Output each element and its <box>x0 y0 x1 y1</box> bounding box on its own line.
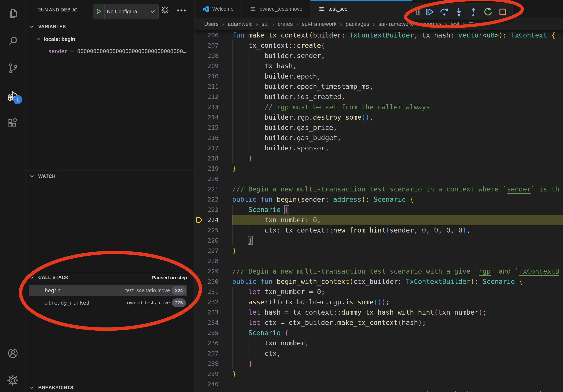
code-line-text[interactable]: public fun begin_with_context(ctx_builde… <box>232 276 563 287</box>
code-line-216[interactable]: 216 builder.gas_budget, <box>194 133 563 143</box>
code-line-text[interactable]: let ctx = ctx_builder.make_tx_context(ha… <box>232 317 563 328</box>
code-line-text[interactable]: builder.sponsor, <box>232 143 563 153</box>
code-line-237[interactable]: 237 ctx, <box>194 348 563 358</box>
breadcrumb-item[interactable]: sui <box>262 21 269 27</box>
extensions-icon[interactable] <box>7 117 19 130</box>
code-line-text[interactable]: } <box>232 235 563 246</box>
call-stack-section-header[interactable]: CALL STACK Paused on step <box>26 272 194 283</box>
stop-button[interactable] <box>495 6 510 18</box>
launch-configuration-dropdown[interactable]: No Configura <box>93 4 159 19</box>
gutter-glyph-margin[interactable] <box>194 163 205 174</box>
gutter-glyph-margin[interactable] <box>194 317 205 328</box>
code-line-224[interactable]: 224 txn_number: 0, <box>194 215 563 225</box>
gutter-glyph-margin[interactable] <box>194 30 205 40</box>
code-line-text[interactable]: } <box>232 369 563 379</box>
gutter-glyph-margin[interactable] <box>194 133 205 143</box>
gutter-glyph-margin[interactable] <box>194 81 205 91</box>
line-number[interactable]: 211 <box>205 81 218 91</box>
line-number[interactable]: 226 <box>205 235 218 246</box>
gutter-glyph-margin[interactable] <box>194 225 205 235</box>
variables-scope-row[interactable]: locals: begin <box>26 34 194 44</box>
breakpoints-section-header[interactable]: BREAKPOINTS <box>26 382 194 392</box>
code-line-text[interactable]: } <box>232 246 563 256</box>
code-line-221[interactable]: 221/// Begin a new multi-transaction tes… <box>194 184 563 194</box>
line-number[interactable]: 228 <box>205 256 218 266</box>
code-line-text[interactable]: } <box>232 358 563 369</box>
gutter-glyph-margin[interactable] <box>194 235 205 246</box>
code-line-text[interactable]: builder.epoch_timestamp_ms, <box>232 81 563 91</box>
code-line-217[interactable]: 217 builder.sponsor, <box>194 143 563 153</box>
code-line-222[interactable]: 222public fun begin(sender: address): Sc… <box>194 194 563 205</box>
gutter-glyph-margin[interactable] <box>194 215 205 225</box>
code-line-text[interactable]: public fun begin(sender: address): Scena… <box>232 194 563 205</box>
line-number[interactable]: 225 <box>205 225 218 235</box>
code-line-232[interactable]: 232 assert!(ctx_builder.rgp.is_some()); <box>194 297 563 307</box>
line-number[interactable]: 212 <box>205 91 218 102</box>
code-line-text[interactable]: tx_hash, <box>232 61 563 71</box>
line-number[interactable]: 241 <box>205 389 218 392</box>
code-line-text[interactable]: txn_number, <box>232 338 563 348</box>
code-line-223[interactable]: 223 Scenario { <box>194 205 563 215</box>
start-debugging-button[interactable] <box>93 4 104 19</box>
code-line-233[interactable]: 233 let hash = tx_context::dummy_tx_hash… <box>194 307 563 317</box>
line-number[interactable]: 229 <box>205 266 218 276</box>
line-number[interactable]: 232 <box>205 297 218 307</box>
gutter-glyph-margin[interactable] <box>194 389 205 392</box>
code-line-text[interactable]: builder.ids_created, <box>232 91 563 102</box>
search-icon[interactable] <box>7 35 19 47</box>
line-number[interactable]: 235 <box>205 328 218 338</box>
line-number[interactable]: 231 <box>205 287 218 297</box>
breadcrumb-item[interactable]: test <box>450 21 460 27</box>
code-line-214[interactable]: 214 builder.rgp.destroy_some(), <box>194 112 563 122</box>
tab-owned_tests.move[interactable]: owned_tests.move <box>242 0 310 18</box>
code-line-text[interactable]: let txn_number = 0; <box>232 287 563 297</box>
code-line-210[interactable]: 210 builder.epoch, <box>194 71 563 81</box>
code-line-text[interactable]: fun make_tx_context(builder: TxContextBu… <box>232 30 563 40</box>
call-stack-frame-begin[interactable]: begintest_scenario.move224 <box>29 285 187 296</box>
restart-button[interactable] <box>481 6 495 18</box>
code-line-text[interactable]: } <box>232 163 563 174</box>
call-stack-frame-already_marked[interactable]: already_markedowned_tests.move275 <box>29 297 187 308</box>
code-line-text[interactable]: /// Creates and shares system objects, a… <box>232 389 563 392</box>
gutter-glyph-margin[interactable] <box>194 71 205 81</box>
line-number[interactable]: 213 <box>205 102 218 112</box>
code-line-207[interactable]: 207 tx_context::create( <box>194 40 563 51</box>
line-number[interactable]: 216 <box>205 133 218 143</box>
gutter-glyph-margin[interactable] <box>194 51 205 61</box>
gutter-glyph-margin[interactable] <box>194 246 205 256</box>
gutter-glyph-margin[interactable] <box>194 358 205 369</box>
settings-gear-icon[interactable] <box>7 374 19 387</box>
gutter-glyph-margin[interactable] <box>194 379 205 389</box>
code-line-227[interactable]: 227} <box>194 246 563 256</box>
code-editor[interactable]: 206fun make_tx_context(builder: TxContex… <box>194 30 563 392</box>
code-line-211[interactable]: 211 builder.epoch_timestamp_ms, <box>194 81 563 91</box>
breadcrumb-item[interactable]: Users <box>204 21 218 27</box>
tab-Welcome[interactable]: Welcome <box>194 0 242 18</box>
account-icon[interactable] <box>7 347 19 360</box>
code-line-240[interactable]: 240 <box>194 379 563 389</box>
line-number[interactable]: 215 <box>205 122 218 133</box>
code-line-234[interactable]: 234 let ctx = ctx_builder.make_tx_contex… <box>194 317 563 328</box>
line-number[interactable]: 230 <box>205 276 218 287</box>
continue-button[interactable] <box>422 6 437 18</box>
code-line-text[interactable]: builder.gas_budget, <box>232 133 563 143</box>
code-line-208[interactable]: 208 builder.sender, <box>194 51 563 61</box>
code-line-226[interactable]: 226 } <box>194 235 563 246</box>
line-number[interactable]: 238 <box>205 358 218 369</box>
code-line-229[interactable]: 229/// Begin a new multi-transaction tes… <box>194 266 563 276</box>
line-number[interactable]: 208 <box>205 51 218 61</box>
line-number[interactable]: 223 <box>205 205 218 215</box>
breadcrumb-item[interactable]: sources <box>422 21 441 27</box>
gutter-glyph-margin[interactable] <box>194 184 205 194</box>
gutter-glyph-margin[interactable] <box>194 369 205 379</box>
line-number[interactable]: 222 <box>205 194 218 205</box>
code-line-text[interactable] <box>232 174 563 184</box>
gutter-glyph-margin[interactable] <box>194 61 205 71</box>
gutter-glyph-margin[interactable] <box>194 307 205 317</box>
code-line-text[interactable]: builder.sender, <box>232 51 563 61</box>
code-line-239[interactable]: 239} <box>194 369 563 379</box>
code-line-231[interactable]: 231 let txn_number = 0; <box>194 287 563 297</box>
explorer-icon[interactable] <box>7 7 19 20</box>
gutter-glyph-margin[interactable] <box>194 122 205 133</box>
gutter-glyph-margin[interactable] <box>194 256 205 266</box>
